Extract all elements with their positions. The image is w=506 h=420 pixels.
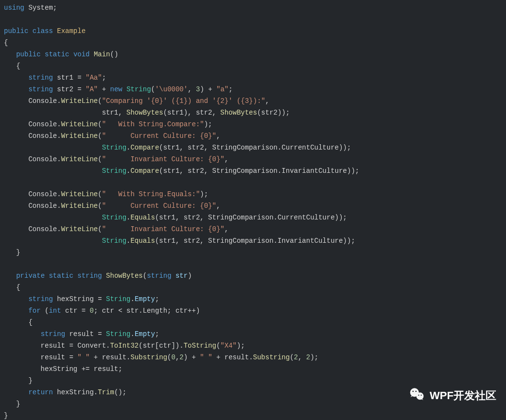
code-line[interactable] xyxy=(4,14,502,25)
code-token: '\u0000' xyxy=(155,85,188,93)
code-token: , xyxy=(265,97,269,105)
code-line[interactable]: { xyxy=(4,60,502,72)
code-line[interactable]: String.Compare(str1, str2, StringCompari… xyxy=(4,142,502,153)
code-token: int xyxy=(49,307,61,315)
code-token: (str1, str2, StringComparison.InvariantC… xyxy=(155,237,355,245)
code-line[interactable]: string hexString = String.Empty; xyxy=(4,293,502,305)
code-line[interactable]: public class Example xyxy=(4,25,502,37)
code-line[interactable]: string result = String.Empty; xyxy=(4,328,502,340)
code-token: WriteLine xyxy=(61,202,98,210)
code-editor[interactable]: using System; public class Example{ publ… xyxy=(0,0,506,420)
code-token: System; xyxy=(24,4,57,12)
code-line[interactable]: } xyxy=(4,375,502,386)
code-line[interactable] xyxy=(4,258,502,270)
code-line[interactable]: Console.WriteLine(" Invariant Culture: {… xyxy=(4,153,502,165)
code-token: Substring xyxy=(253,353,290,361)
code-token: new xyxy=(110,85,122,93)
code-line[interactable]: { xyxy=(4,37,502,49)
code-token: ) xyxy=(188,272,192,280)
code-token xyxy=(73,272,77,280)
code-line[interactable]: Console.WriteLine(" With String.Compare:… xyxy=(4,118,502,130)
code-line[interactable]: str1, ShowBytes(str1), str2, ShowBytes(s… xyxy=(4,107,502,118)
code-token: "X4" xyxy=(220,342,237,350)
code-token: Substring xyxy=(130,353,167,361)
code-token xyxy=(4,144,102,151)
code-line[interactable]: Console.WriteLine(" Current Culture: {0}… xyxy=(4,130,502,142)
code-line[interactable]: string str1 = "Aa"; xyxy=(4,72,502,84)
code-token xyxy=(53,27,57,35)
code-line[interactable]: String.Equals(str1, str2, StringComparis… xyxy=(4,235,502,247)
code-line[interactable]: String.Equals(str1, str2, StringComparis… xyxy=(4,212,502,223)
code-line[interactable]: public static void Main() xyxy=(4,49,502,60)
code-token: string xyxy=(28,295,52,303)
code-token: ; xyxy=(228,85,232,93)
code-line[interactable]: { xyxy=(4,282,502,293)
code-line[interactable]: result = " " + result.Substring(0,2) + "… xyxy=(4,352,502,363)
code-token: Trim xyxy=(98,388,114,396)
code-token: (str1, str2, StringComparison.CurrentCul… xyxy=(159,144,351,151)
code-line[interactable]: Console.WriteLine(" With String.Equals:"… xyxy=(4,188,502,200)
code-token: ; xyxy=(102,74,106,82)
code-token: { xyxy=(4,62,20,70)
code-token: (str2)); xyxy=(257,109,290,117)
code-token: ; xyxy=(155,295,159,303)
code-token: ( xyxy=(98,120,102,128)
code-token: Equals xyxy=(130,214,155,221)
code-token: ); xyxy=(200,190,208,198)
code-token: 2 xyxy=(179,353,183,361)
code-token: " " xyxy=(77,353,89,361)
code-line[interactable]: hexString += result; xyxy=(4,363,502,375)
code-line[interactable]: using System; xyxy=(4,2,502,14)
code-token xyxy=(4,388,28,396)
code-token: String xyxy=(126,85,151,93)
code-token: } xyxy=(4,377,33,385)
code-token: Console. xyxy=(4,120,61,128)
code-token: ( xyxy=(98,225,102,233)
code-token: WriteLine xyxy=(61,155,98,163)
code-line[interactable]: Console.WriteLine(" Current Culture: {0}… xyxy=(4,200,502,212)
code-token: } xyxy=(4,400,20,408)
code-line[interactable]: } xyxy=(4,398,502,410)
code-token: , xyxy=(216,202,220,210)
code-token: using xyxy=(4,4,24,12)
code-token: String xyxy=(102,144,126,151)
code-token: Console. xyxy=(4,97,61,105)
code-token: 2 xyxy=(294,353,298,361)
code-token xyxy=(4,167,102,175)
code-token: ) + xyxy=(200,85,216,93)
code-token: + xyxy=(98,85,110,93)
code-token: str1, xyxy=(4,109,126,117)
code-token: Empty xyxy=(135,295,155,303)
code-token: string xyxy=(41,330,65,338)
code-line[interactable]: private static string ShowBytes(string s… xyxy=(4,270,502,282)
code-token xyxy=(41,50,45,58)
code-token: ( xyxy=(151,85,155,93)
code-token: ToInt32 xyxy=(110,342,139,350)
code-token: (); xyxy=(114,388,126,396)
code-token: WriteLine xyxy=(61,225,98,233)
code-token: string xyxy=(77,272,102,280)
code-token: result = xyxy=(65,330,106,338)
code-token: 0 xyxy=(172,353,175,361)
code-line[interactable]: result = Convert.ToInt32(str[ctr]).ToStr… xyxy=(4,340,502,352)
code-token: } xyxy=(4,249,20,256)
code-line[interactable]: return hexString.Trim(); xyxy=(4,386,502,398)
code-line[interactable]: Console.WriteLine(" Invariant Culture: {… xyxy=(4,223,502,235)
code-line[interactable]: { xyxy=(4,317,502,328)
code-line[interactable]: string str2 = "A" + new String('\u0000',… xyxy=(4,84,502,95)
code-line[interactable]: for (int ctr = 0; ctr < str.Length; ctr+… xyxy=(4,305,502,317)
code-token: "a" xyxy=(216,85,228,93)
code-token: ShowBytes xyxy=(220,109,257,117)
code-token: (str1, str2, StringComparison.CurrentCul… xyxy=(155,214,347,221)
code-token: for xyxy=(28,307,40,315)
code-line[interactable]: String.Compare(str1, str2, StringCompari… xyxy=(4,165,502,177)
code-token: Empty xyxy=(135,330,155,338)
code-line[interactable]: } xyxy=(4,410,502,420)
code-token xyxy=(102,272,106,280)
code-token: Console. xyxy=(4,190,61,198)
code-token: Equals xyxy=(130,237,155,245)
code-line[interactable]: } xyxy=(4,247,502,258)
code-token: , xyxy=(188,85,196,93)
code-line[interactable] xyxy=(4,177,502,188)
code-line[interactable]: Console.WriteLine("Comparing '{0}' ({1})… xyxy=(4,95,502,107)
